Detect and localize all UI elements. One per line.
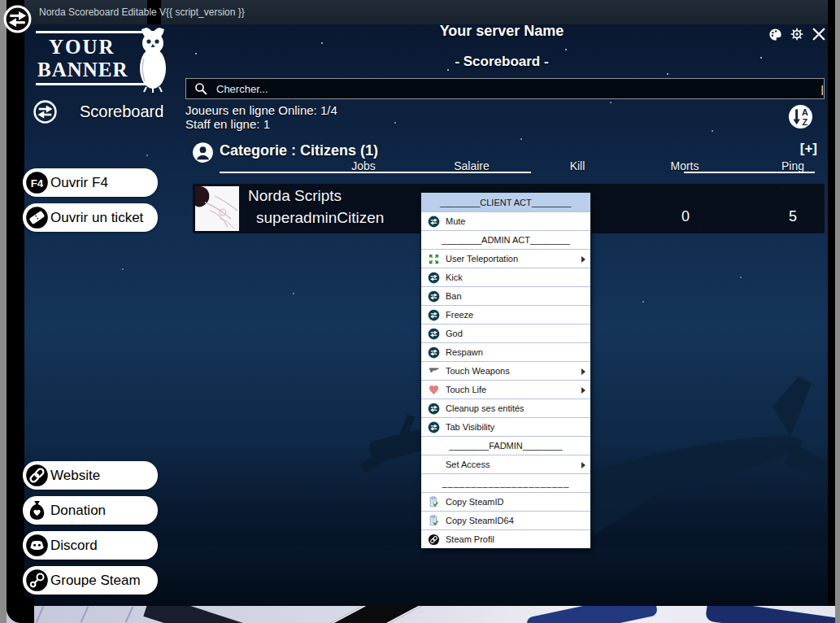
menu-item-mute[interactable]: Mute [421,211,590,230]
menu-header: ________FADMIN________ [421,436,590,455]
button-label: Donation [50,503,106,519]
menu-item-user-teleportation[interactable]: User Teleportation [421,249,590,268]
button-label: Groupe Steam [50,573,141,589]
player-avatar [195,186,239,231]
svg-text:Z: Z [803,117,808,127]
menu-item-respawn[interactable]: Respawn [421,342,590,361]
sidebar-item-label: Scoreboard [80,102,163,121]
search-input[interactable] [215,82,825,96]
svg-text:F4: F4 [31,177,44,190]
teleport-icon [421,253,446,265]
menu-label: Steam Profil [446,534,494,544]
column-header-kill: Kill [537,159,618,172]
menu-label: Copy SteamID64 [446,516,514,525]
f4-icon: F4 [25,171,49,194]
players-online-count: Joueurs en ligne Online: 1/4 [185,103,337,117]
menu-item-set-access[interactable]: Set Access [421,455,590,473]
menu-item-ban[interactable]: Ban [421,286,590,305]
menu-item-copy-steamid64[interactable]: Copy SteamID64 [421,511,590,529]
menu-label: Mute [446,216,465,226]
norda-icon [421,421,446,433]
menu-label: God [446,329,463,338]
donation-icon [25,499,49,522]
steam-icon [25,569,49,592]
column-header-salaire: Salaire [431,159,512,172]
scene-shape [143,606,243,623]
menu-item-tab-visibility[interactable]: Tab Visibility [421,417,590,436]
close-icon[interactable] [811,26,827,42]
menu-label: ______________________ [442,478,570,488]
menu-label: ________CLIENT ACT________ [440,198,571,207]
gear-icon[interactable] [789,26,805,42]
menu-item-god[interactable]: God [421,324,590,342]
submenu-arrow-icon [581,256,585,263]
menu-item-touch-life[interactable]: Touch Life [421,380,590,399]
window-margin-left [7,0,24,623]
submenu-arrow-icon [581,387,585,394]
menu-item-copy-steamid[interactable]: Copy SteamID [421,492,590,511]
menu-separator: ______________________ [421,473,590,492]
header-underline-right [684,172,815,173]
window-title: Norda Scoreboard Editable V{{ script_ver… [39,7,245,18]
category-label: Categorie : Citizens (1) [220,142,378,159]
server-name: Your server Name [185,23,819,40]
website-button[interactable]: Website [23,461,158,490]
palette-icon[interactable] [768,27,783,42]
menu-label: Cleanup ses entités [446,403,524,413]
open-ticket-button[interactable]: Ouvrir un ticket [23,203,158,232]
player-morts-value: 0 [645,208,726,225]
floor-tile-line [36,607,44,623]
text-caret: | [821,83,824,95]
scene-artwork [705,606,835,623]
open-f4-button[interactable]: F4Ouvrir F4 [23,168,158,197]
game-scene-strip [7,606,835,623]
screen: Norda Scoreboard Editable V{{ script_ver… [0,0,840,623]
norda-icon [33,99,58,124]
donation-button[interactable]: Donation [23,496,158,525]
menu-label: Touch Weapons [446,366,510,376]
sort-az-icon[interactable]: AZ [789,105,812,129]
norda-icon [421,309,446,321]
menu-item-kick[interactable]: Kick [421,268,590,286]
discord-button[interactable]: Discord [23,531,158,560]
menu-label: Touch Life [446,385,486,394]
norda-icon [421,346,446,359]
menu-label: Tab Visibility [446,422,494,432]
expand-category-button[interactable]: [+] [756,141,817,157]
menu-label: Copy SteamID [446,497,504,507]
menu-item-touch-weapons[interactable]: Touch Weapons [421,361,590,380]
menu-item-cleanup-ses-entit-s[interactable]: Cleanup ses entités [421,399,590,417]
sidebar-item-scoreboard[interactable]: Scoreboard [31,98,173,129]
norda-icon [421,290,446,303]
player-ping-value: 5 [752,208,833,225]
owl-icon [128,28,177,93]
menu-header: ________ADMIN ACT________ [421,230,590,249]
column-header-jobs: Jobs [323,159,404,172]
norda-icon [421,216,446,228]
player-name: Norda Scripts [248,187,342,205]
title-bar: Norda Scoreboard Editable V{{ script_ver… [7,0,835,24]
copy-icon [421,496,446,508]
desktop-edge-left [0,0,7,623]
window-margin-right [828,0,835,623]
player-context-menu: ________CLIENT ACT________Mute________AD… [420,192,591,549]
submenu-arrow-icon [581,462,585,468]
staff-online-count: Staff en ligne: 1 [185,117,270,131]
menu-label: Set Access [446,460,490,469]
link-icon [25,464,49,487]
menu-header: ________CLIENT ACT________ [421,193,590,211]
column-header-ping: Ping [752,159,833,172]
server-banner: YOUR BANNER [31,28,176,93]
search-bar: | [185,78,825,99]
ticket-icon [25,206,49,229]
steam-link-icon [421,534,446,546]
discord-icon [25,534,49,557]
menu-item-freeze[interactable]: Freeze [421,305,590,324]
menu-item-steam-profil[interactable]: Steam Profil [421,529,590,548]
player-job: superadminCitizen [256,209,384,227]
norda-icon [421,403,446,415]
steam-group-button[interactable]: Groupe Steam [23,566,158,595]
floor-tile-line [125,607,133,623]
menu-label: Freeze [446,310,473,320]
scene-sign [323,606,422,623]
